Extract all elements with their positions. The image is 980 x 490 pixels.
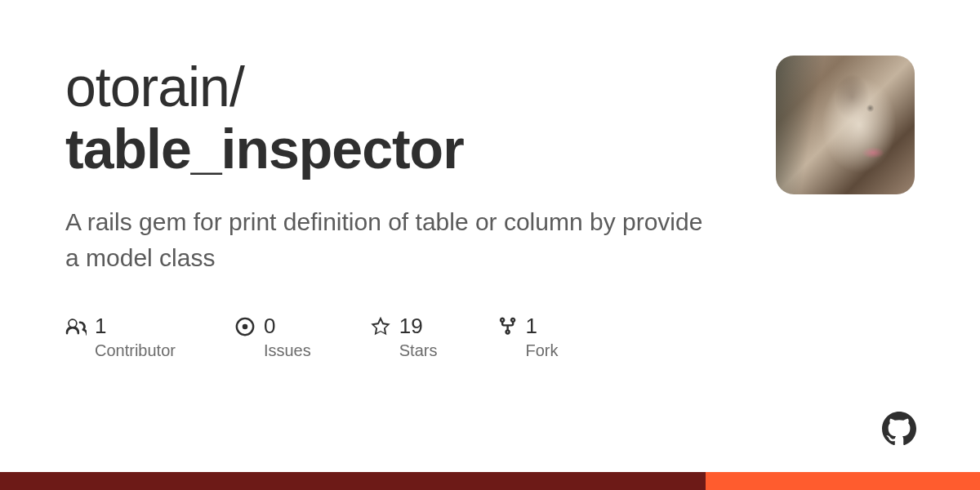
repo-title: otorain/ table_inspector <box>65 56 743 180</box>
stat-label: Issues <box>264 341 311 360</box>
stat-count: 19 <box>399 314 438 338</box>
stat-stars[interactable]: 19 Stars <box>370 314 438 360</box>
stat-contributors[interactable]: 1 Contributor <box>65 314 176 360</box>
repo-info: otorain/ table_inspector A rails gem for… <box>65 56 776 360</box>
language-segment-primary <box>0 472 706 490</box>
repo-description: A rails gem for print definition of tabl… <box>65 204 719 275</box>
stat-forks[interactable]: 1 Fork <box>496 314 558 360</box>
stat-count: 1 <box>95 314 176 338</box>
star-icon <box>370 316 391 337</box>
stat-label: Stars <box>399 341 438 360</box>
owner-separator: / <box>229 56 244 118</box>
people-icon <box>65 316 87 337</box>
stat-issues[interactable]: 0 Issues <box>234 314 311 360</box>
issue-icon <box>234 316 256 337</box>
language-segment-secondary <box>706 472 980 490</box>
repo-owner[interactable]: otorain <box>65 56 229 118</box>
svg-point-0 <box>243 324 248 330</box>
repo-name[interactable]: table_inspector <box>65 118 743 180</box>
stat-label: Fork <box>525 341 558 360</box>
fork-icon <box>496 316 517 337</box>
repo-stats: 1 Contributor 0 Issues 19 <box>65 314 743 360</box>
stat-count: 1 <box>525 314 558 338</box>
repo-card: otorain/ table_inspector A rails gem for… <box>0 0 980 490</box>
github-logo-icon[interactable] <box>882 412 916 446</box>
stat-label: Contributor <box>95 341 176 360</box>
stat-count: 0 <box>264 314 311 338</box>
language-bar <box>0 472 980 490</box>
avatar[interactable] <box>776 56 915 194</box>
